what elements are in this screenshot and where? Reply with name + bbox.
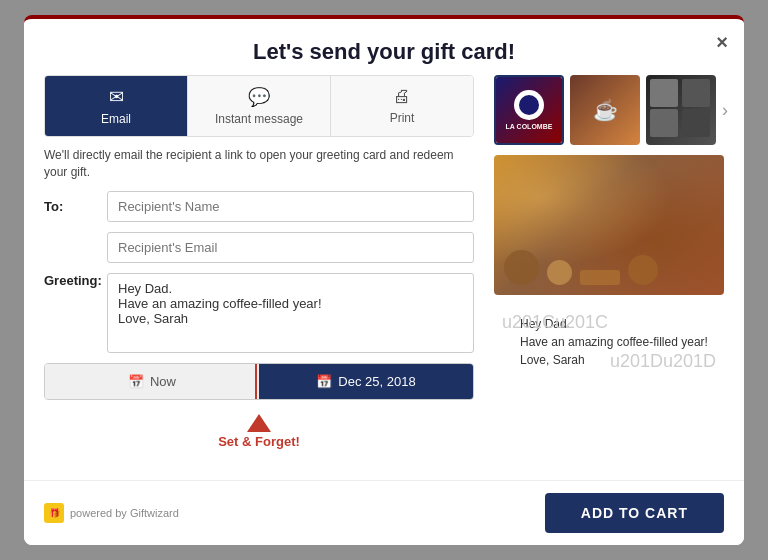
modal-overlay: × Let's send your gift card! ✉ Email 💬 I…	[0, 0, 768, 560]
recipient-email-input[interactable]	[107, 232, 474, 263]
schedule-now-button[interactable]: 📅 Now	[45, 364, 259, 399]
greeting-row: Greeting: Hey Dad. Have an amazing coffe…	[44, 273, 474, 353]
calendar-now-icon: 📅	[128, 374, 144, 389]
greeting-textarea[interactable]: Hey Dad. Have an amazing coffee-filled y…	[107, 273, 474, 353]
powered-by-label: powered by Giftwizard	[70, 507, 179, 519]
tab-instant-message-label: Instant message	[215, 112, 303, 126]
schedule-date-button[interactable]: 📅 Dec 25, 2018	[259, 364, 473, 399]
set-forget-section: Set & Forget!	[44, 414, 474, 449]
preview-line-2: Have an amazing coffee-filled year!	[520, 333, 712, 351]
left-column: ✉ Email 💬 Instant message 🖨 Print We'll …	[44, 75, 474, 480]
email-description: We'll directly email the recipient a lin…	[44, 147, 474, 181]
set-forget-label: Set & Forget!	[218, 434, 300, 449]
print-icon: 🖨	[393, 86, 411, 107]
card-dark-art	[646, 75, 716, 145]
card-thumb-coffee-table[interactable]: ☕	[570, 75, 640, 145]
preview-image	[494, 155, 724, 295]
tab-print[interactable]: 🖨 Print	[331, 76, 473, 136]
recipient-name-input[interactable]	[107, 191, 474, 222]
modal-body: ✉ Email 💬 Instant message 🖨 Print We'll …	[24, 75, 744, 480]
card-thumbnails: LA COLOMBE ☕	[494, 75, 724, 145]
preview-message-card: Hey Dad. Have an amazing coffee-filled y…	[494, 305, 724, 379]
schedule-row: 📅 Now 📅 Dec 25, 2018	[44, 363, 474, 400]
preview-line-1: Hey Dad.	[520, 315, 712, 333]
calendar-date-icon: 📅	[316, 374, 332, 389]
tab-email-label: Email	[101, 112, 131, 126]
email-icon: ✉	[109, 86, 124, 108]
delivery-method-tabs: ✉ Email 💬 Instant message 🖨 Print	[44, 75, 474, 137]
card-thumb-dark[interactable]	[646, 75, 716, 145]
chevron-right-icon[interactable]: ›	[722, 100, 728, 121]
to-label: To:	[44, 199, 99, 214]
card-lacolombe-art: LA COLOMBE	[496, 77, 562, 143]
greeting-label: Greeting:	[44, 273, 99, 288]
tab-email[interactable]: ✉ Email	[45, 76, 188, 136]
instant-message-icon: 💬	[248, 86, 270, 108]
preview-message-text: Hey Dad. Have an amazing coffee-filled y…	[506, 315, 712, 369]
to-row: To:	[44, 191, 474, 222]
gift-card-modal: × Let's send your gift card! ✉ Email 💬 I…	[24, 15, 744, 545]
giftwizard-icon: 🎁	[44, 503, 64, 523]
card-thumb-lacolombe[interactable]: LA COLOMBE	[494, 75, 564, 145]
powered-by: 🎁 powered by Giftwizard	[44, 503, 179, 523]
schedule-date-label: Dec 25, 2018	[338, 374, 415, 389]
card-coffee-art: ☕	[570, 75, 640, 145]
close-button[interactable]: ×	[716, 31, 728, 54]
preview-image-overlay	[494, 155, 724, 295]
tab-print-label: Print	[390, 111, 415, 125]
modal-title: Let's send your gift card!	[24, 19, 744, 75]
add-to-cart-button[interactable]: ADD TO CART	[545, 493, 724, 533]
email-row	[44, 232, 474, 263]
arrow-up-icon	[247, 414, 271, 432]
modal-footer: 🎁 powered by Giftwizard ADD TO CART	[24, 480, 744, 545]
schedule-now-label: Now	[150, 374, 176, 389]
right-column: LA COLOMBE ☕	[494, 75, 724, 480]
tab-instant-message[interactable]: 💬 Instant message	[188, 76, 331, 136]
preview-line-3: Love, Sarah	[520, 351, 712, 369]
